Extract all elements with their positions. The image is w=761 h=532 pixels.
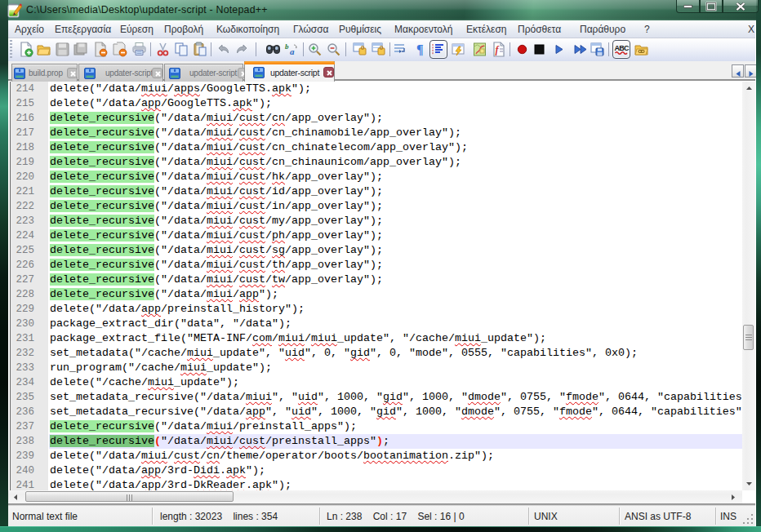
svg-text:a: a — [290, 47, 295, 56]
svg-text:b: b — [285, 42, 289, 51]
svg-text:ABC: ABC — [614, 44, 630, 52]
svg-text:¶: ¶ — [416, 42, 424, 56]
